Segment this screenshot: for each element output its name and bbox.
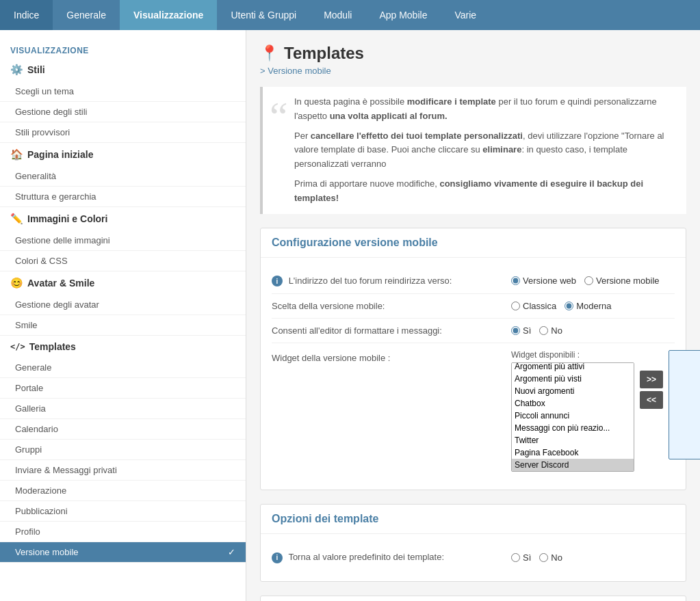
- immagini-colori-label: Immagini e Colori: [27, 213, 107, 224]
- radio-input-torna-no[interactable]: [539, 553, 548, 562]
- main-content: 📍 Templates > Versione mobile In questa …: [246, 30, 700, 601]
- widget-option-6[interactable]: Piccoli annunci: [512, 410, 634, 422]
- info-box: In questa pagina è possibile modificare …: [260, 87, 686, 214]
- widget-list-right[interactable]: [669, 350, 700, 459]
- widget-label: Widget della versione mobile :: [272, 350, 511, 363]
- radio-input-classica[interactable]: [511, 302, 520, 310]
- sidebar-item-generalita[interactable]: Generalità: [0, 166, 246, 187]
- sidebar-section-title: VISUALIZZAZIONE: [0, 40, 246, 58]
- sidebar-item-struttura-gerarchia[interactable]: Struttura e gerarchia: [0, 187, 246, 207]
- radio-versione-web[interactable]: Versione web: [511, 276, 576, 286]
- radio-label-mobile: Versione mobile: [596, 276, 660, 286]
- options-controls-torna: Sì No: [511, 552, 562, 563]
- sidebar-item-smile[interactable]: Smile: [0, 315, 246, 336]
- widget-option-5[interactable]: Chatbox: [512, 397, 634, 410]
- radio-label-torna-no: No: [551, 552, 562, 563]
- options-section-title: Opzioni dei template: [272, 513, 378, 524]
- radio-label-no: No: [551, 325, 562, 336]
- radio-torna-no[interactable]: No: [539, 552, 562, 563]
- radio-input-si[interactable]: [511, 326, 520, 335]
- sidebar-item-scegli-tema[interactable]: Scegli un tema: [0, 81, 246, 102]
- sidebar-item-pubblicazioni[interactable]: Pubblicazioni: [0, 501, 246, 522]
- sidebar-item-versione-mobile[interactable]: Versione mobile: [0, 542, 246, 563]
- sidebar-item-calendario[interactable]: Calendario: [0, 419, 246, 440]
- sidebar-item-generale[interactable]: Generale: [0, 358, 246, 378]
- nav-varie[interactable]: Varie: [441, 0, 490, 30]
- info-paragraph-1: In questa pagina è possibile modificare …: [274, 95, 675, 124]
- nav-moduli[interactable]: Moduli: [310, 0, 365, 30]
- nav-visualizzazione[interactable]: Visualizzazione: [120, 0, 217, 30]
- widget-option-9[interactable]: Pagina Facebook: [512, 446, 634, 459]
- stili-icon: ⚙️: [10, 64, 23, 76]
- sidebar-item-gestione-stili[interactable]: Gestione degli stili: [0, 102, 246, 122]
- radio-input-moderna[interactable]: [565, 302, 573, 310]
- widget-option-10[interactable]: Server Discord: [512, 459, 634, 471]
- form-row-indirizzo: i L'indirizzo del tuo forum reindirizza …: [272, 269, 675, 295]
- config-section-body: i L'indirizzo del tuo forum reindirizza …: [261, 258, 686, 490]
- radio-label-torna-si: Sì: [523, 552, 531, 563]
- widget-option-3[interactable]: Argomenti più visti: [512, 373, 634, 385]
- config-section-card: Configurazione versione mobile i L'indir…: [260, 228, 686, 491]
- sidebar-item-colori-css[interactable]: Colori & CSS: [0, 251, 246, 271]
- form-label-versione: Scelta della versione mobile:: [272, 301, 511, 311]
- sidebar-item-moderazione[interactable]: Moderazione: [0, 481, 246, 501]
- radio-input-mobile[interactable]: [584, 276, 593, 285]
- sidebar-item-portale[interactable]: Portale: [0, 378, 246, 399]
- sidebar-item-inviare-messaggi[interactable]: Inviare & Messaggi privati: [0, 460, 246, 481]
- sidebar-item-gruppi[interactable]: Gruppi: [0, 440, 246, 460]
- nav-indice[interactable]: Indice: [0, 0, 53, 30]
- radio-input-web[interactable]: [511, 276, 520, 285]
- radio-input-no[interactable]: [539, 326, 548, 335]
- widget-remove-button[interactable]: <<: [640, 391, 663, 409]
- nav-app-mobile[interactable]: App Mobile: [365, 0, 441, 30]
- sidebar-item-profilo[interactable]: Profilo: [0, 522, 246, 542]
- widget-option-7[interactable]: Messaggi con più reazio...: [512, 422, 634, 434]
- radio-torna-si[interactable]: Sì: [511, 552, 531, 563]
- radio-label-classica: Classica: [523, 301, 556, 311]
- options-section-body: i Torna al valore predefinito dei templa…: [261, 534, 686, 581]
- widget-option-8[interactable]: Twitter: [512, 434, 634, 446]
- widget-add-button[interactable]: >>: [640, 371, 663, 388]
- nav-utenti-gruppi[interactable]: Utenti & Gruppi: [217, 0, 310, 30]
- search-section-header: Cerca nei template elencati in "Versione…: [261, 596, 686, 601]
- widget-buttons: >> <<: [640, 350, 663, 409]
- radio-label-moderna: Moderna: [576, 301, 611, 311]
- sidebar-item-gestione-immagini[interactable]: Gestione delle immagini: [0, 230, 246, 251]
- nav-generale[interactable]: Generale: [53, 0, 120, 30]
- search-section-card: Cerca nei template elencati in "Versione…: [260, 596, 686, 601]
- sidebar-item-gestione-avatar[interactable]: Gestione degli avatar: [0, 295, 246, 315]
- config-section-title: Configurazione versione mobile: [272, 237, 438, 248]
- page-subtitle[interactable]: > Versione mobile: [260, 66, 686, 76]
- widget-list-left[interactable]: Ultimi argomenti attivi Argomenti più at…: [511, 362, 634, 472]
- page-header: 📍 Templates: [260, 44, 686, 63]
- radio-input-torna-si[interactable]: [511, 553, 520, 562]
- info-icon-indirizzo: i: [272, 276, 283, 286]
- radio-no[interactable]: No: [539, 325, 562, 336]
- sidebar-item-stili-provvisori[interactable]: Stili provvisori: [0, 122, 246, 143]
- form-label-editor: Consenti all'editor di formattare i mess…: [272, 325, 511, 336]
- form-controls-editor: Sì No: [511, 325, 562, 336]
- avatar-icon: 😊: [10, 277, 23, 289]
- config-section-header: Configurazione versione mobile: [261, 228, 686, 258]
- page-title-icon: 📍: [260, 44, 278, 62]
- widget-option-2[interactable]: Argomenti più attivi: [512, 362, 634, 373]
- sidebar: VISUALIZZAZIONE ⚙️ Stili Scegli un tema …: [0, 30, 246, 601]
- radio-versione-mobile[interactable]: Versione mobile: [584, 276, 660, 286]
- radio-label-si: Sì: [523, 325, 531, 336]
- radio-label-web: Versione web: [523, 276, 576, 286]
- widget-row: Widget della versione mobile : Widget di…: [272, 343, 675, 479]
- label-text-torna: Torna al valore predefinito dei template…: [288, 552, 444, 562]
- radio-si[interactable]: Sì: [511, 325, 531, 336]
- page-title: Templates: [284, 44, 364, 63]
- form-label-indirizzo: i L'indirizzo del tuo forum reindirizza …: [272, 276, 511, 287]
- templates-icon: </>: [10, 342, 25, 351]
- form-controls-indirizzo: Versione web Versione mobile: [511, 276, 660, 286]
- form-controls-versione: Classica Moderna: [511, 301, 611, 311]
- sidebar-item-galleria[interactable]: Galleria: [0, 399, 246, 419]
- radio-moderna[interactable]: Moderna: [565, 301, 611, 311]
- sidebar-category-immagini-colori: ✏️ Immagini e Colori: [0, 207, 246, 230]
- widget-available-label: Widget disponibili :: [511, 350, 634, 360]
- widget-option-4[interactable]: Nuovi argomenti: [512, 385, 634, 397]
- top-nav: Indice Generale Visualizzazione Utenti &…: [0, 0, 700, 30]
- radio-classica[interactable]: Classica: [511, 301, 556, 311]
